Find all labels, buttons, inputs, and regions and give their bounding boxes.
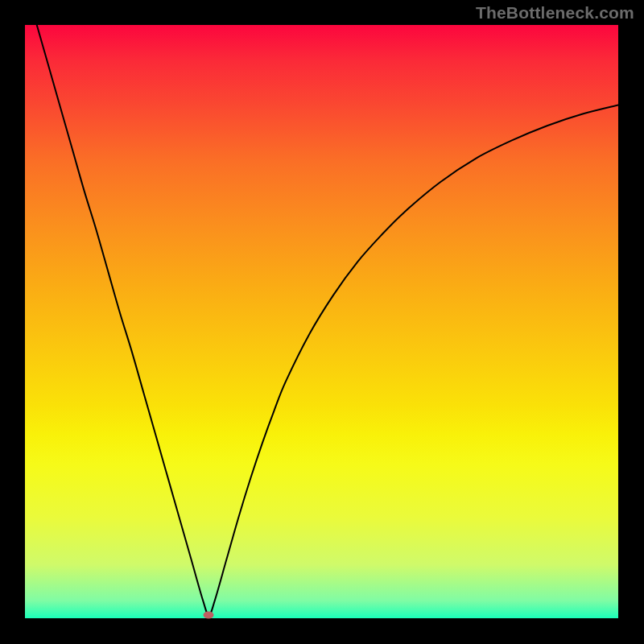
plot-area (25, 25, 618, 618)
watermark-text: TheBottleneck.com (476, 3, 634, 23)
bottleneck-curve (25, 25, 618, 618)
optimal-point-marker (204, 612, 214, 619)
